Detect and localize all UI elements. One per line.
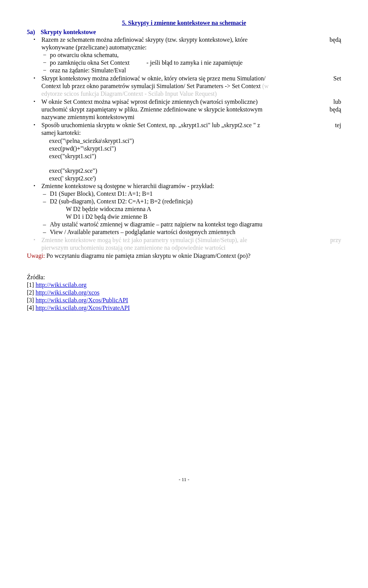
text: Zmienne kontekstowe są dostępne w hierar… (41, 183, 214, 189)
list-item-muted: Zmienne kontekstowe mogą być też jako pa… (27, 236, 341, 252)
sources-heading: Źródła: (27, 274, 341, 281)
list-item: oraz na żądanie: Simulate/Eval (41, 67, 341, 74)
list-item: Razem ze schematem można zdefiniować skr… (27, 36, 341, 74)
text: pierwszym uruchomieniu zostają one zamie… (41, 244, 225, 251)
src-prefix: [3] (27, 297, 36, 303)
list-item: D1 (Super Block), Context D1: A=1; B=1 (41, 190, 341, 198)
text: Razem ze schematem można zdefiniować skr… (41, 36, 248, 44)
list-item: po otwarciu okna schematu, (41, 51, 341, 59)
list-item: Aby ustalić wartość zmiennej w diagramie… (41, 221, 341, 228)
list-item: W oknie Set Context można wpisać wprost … (27, 98, 341, 121)
muted-text: (w (262, 83, 269, 89)
text: Sposób uruchomienia skryptu w oknie Set … (41, 121, 260, 129)
text: nazywane zmiennymi kontekstowymi (41, 114, 135, 120)
note-line: Uwagi: Po wczytaniu diagramu nie pamięta… (27, 252, 341, 260)
source-line: [2] http://wiki.scilab.org/xcos (27, 289, 341, 296)
text: Skrypt kontekstowy można zdefiniować w o… (41, 75, 266, 82)
subsection-5a-header: 5a) Skrypty kontekstowe (27, 28, 341, 36)
text: W D1 i D2 będą dwie zmienne B (50, 213, 341, 221)
src-prefix: [4] (27, 305, 36, 311)
source-line: [4] http://wiki.scilab.org/Xcos/PrivateA… (27, 304, 341, 312)
list-item: Skrypt kontekstowy można zdefiniować w o… (27, 75, 341, 98)
list-item: Sposób uruchomienia skryptu w oknie Set … (27, 121, 341, 137)
link-xcos[interactable]: http://wiki.scilab.org/xcos (36, 289, 100, 296)
src-prefix: [2] (27, 289, 36, 296)
text: lub (334, 98, 341, 106)
text: - jeśli błąd to zamyka i nie zapamiętuje (146, 59, 243, 66)
link-wiki[interactable]: http://wiki.scilab.org (36, 282, 87, 288)
list-item: D2 (sub-diagram), Context D2: C=A+1; B=2… (41, 198, 341, 221)
text: W oknie Set Context można wpisać wprost … (41, 98, 258, 106)
muted-text: edytorze scicos funkcja Diagram/Context … (41, 90, 217, 97)
code-line: exec(pwd()+"\skrypt1.sci") (27, 145, 341, 152)
code-line: exec(' skrypt2.sce') (27, 175, 341, 182)
subsection-title: Skrypty kontekstowe (41, 28, 96, 36)
text: wykonywane (przeliczane) automatycznie: (41, 44, 147, 51)
bullet-list: Razem ze schematem można zdefiniować skr… (27, 36, 341, 137)
note-label: Uwagi: (27, 252, 45, 259)
spacer (27, 160, 341, 167)
text: W D2 będzie widoczna zmienna A (50, 205, 341, 213)
link-publicapi[interactable]: http://wiki.scilab.org/Xcos/PublicAPI (36, 297, 128, 303)
source-line: [1] http://wiki.scilab.org (27, 281, 341, 289)
code-line: exec("skrypt1.sci") (27, 152, 341, 160)
text: Context lub przez okno parametrów symula… (41, 83, 262, 89)
dash-list: po otwarciu okna schematu, po zamknięciu… (41, 51, 341, 74)
dash-list: D1 (Super Block), Context D1: A=1; B=1 D… (41, 190, 341, 236)
text: Set (334, 75, 341, 82)
section-title: 5. Skrypty i zmienne kontekstowe na sche… (27, 19, 341, 27)
list-item: Zmienne kontekstowe są dostępne w hierar… (27, 182, 341, 236)
page-number: - 11 - (27, 477, 341, 483)
text: tej (335, 121, 341, 129)
text: przy (330, 236, 341, 244)
code-line: exec("\pelna_sciezka\skrypt1.sci") (27, 137, 341, 145)
text: Zmienne kontekstowe mogą być też jako pa… (41, 236, 247, 244)
bullet-list: Zmienne kontekstowe są dostępne w hierar… (27, 182, 341, 252)
subsection-number: 5a) (27, 28, 41, 36)
text: samej kartoteki: (41, 129, 81, 136)
text: po zamknięciu okna Set Context (50, 59, 130, 66)
list-item: View / Available parameters – podglądani… (41, 228, 341, 236)
source-line: [3] http://wiki.scilab.org/Xcos/PublicAP… (27, 296, 341, 304)
spacer (27, 260, 341, 274)
link-privateapi[interactable]: http://wiki.scilab.org/Xcos/PrivateAPI (36, 305, 130, 311)
src-prefix: [1] (27, 282, 36, 288)
text: będą (330, 36, 341, 44)
text: będą (330, 106, 341, 113)
note-text: Po wczytaniu diagramu nie pamięta zmian … (45, 252, 250, 259)
code-line: exec("skrypt2.sce") (27, 167, 341, 175)
list-item: po zamknięciu okna Set Context - jeśli b… (41, 59, 341, 67)
text: D2 (sub-diagram), Context D2: C=A+1; B=2… (50, 198, 192, 205)
text: uruchomić skrypt zapamiętany w pliku. Zm… (41, 106, 263, 113)
